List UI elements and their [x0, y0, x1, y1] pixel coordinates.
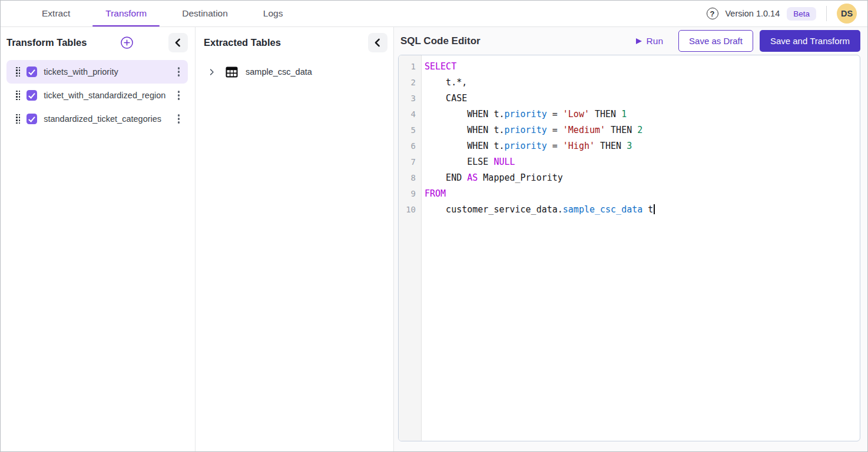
editor-title: SQL Code Editor: [400, 35, 481, 47]
topbar-divider: [826, 6, 827, 21]
nav-tabs: Extract Transform Destination Logs: [24, 1, 300, 26]
tab-label: Destination: [182, 8, 228, 19]
line-number: 1: [399, 59, 421, 75]
line-number: 7: [399, 154, 421, 170]
code-line: FROM: [425, 186, 860, 202]
line-number: 6: [399, 138, 421, 154]
chevron-left-icon: [373, 38, 383, 48]
drag-handle-icon[interactable]: [15, 113, 21, 125]
tab-extract[interactable]: Extract: [24, 1, 88, 26]
plus-circle-icon: [120, 36, 134, 49]
beta-badge: Beta: [787, 7, 816, 21]
tab-label: Transform: [105, 8, 147, 19]
code-editor: 12345678910 SELECT t.*, CASE WHEN t.prio…: [398, 55, 860, 441]
transform-panel-title: Transform Tables: [6, 37, 87, 48]
extracted-table-tree: sample_csc_data: [204, 61, 387, 82]
transform-table-row[interactable]: ticket_with_standardized_region: [6, 84, 188, 107]
transform-table-name: tickets_with_priority: [44, 67, 118, 77]
tab-transform[interactable]: Transform: [88, 1, 164, 26]
add-transform-table-button[interactable]: [119, 35, 134, 50]
app-window: Extract Transform Destination Logs ? Ver…: [0, 0, 868, 452]
play-icon: [636, 38, 642, 44]
main-area: Transform Tables tickets_with_priority: [1, 27, 867, 451]
code-line: WHEN t.priority = 'High' THEN 3: [425, 138, 860, 154]
code-line: t.*,: [425, 75, 860, 91]
transform-table-row[interactable]: tickets_with_priority: [6, 60, 188, 84]
line-number: 8: [399, 170, 421, 186]
code-line: WHEN t.priority = 'Low' THEN 1: [425, 107, 860, 122]
code-line: WHEN t.priority = 'Medium' THEN 2: [425, 122, 860, 138]
extracted-table-name: sample_csc_data: [246, 67, 312, 77]
checkbox[interactable]: [26, 67, 37, 77]
version-label: Version 1.0.14: [725, 9, 780, 18]
chevron-left-icon: [173, 38, 183, 48]
kebab-menu-icon[interactable]: [174, 88, 183, 102]
tab-label: Extract: [42, 8, 70, 19]
drag-handle-icon[interactable]: [15, 66, 21, 78]
avatar[interactable]: DS: [837, 4, 857, 24]
collapse-transform-panel-button[interactable]: [168, 33, 188, 52]
tab-destination[interactable]: Destination: [164, 1, 246, 26]
drag-handle-icon[interactable]: [15, 89, 21, 101]
text-cursor: [654, 204, 655, 214]
code-line: customer_service_data.sample_csc_data t: [425, 202, 860, 218]
transform-table-row[interactable]: standardized_ticket_categories: [6, 107, 188, 131]
code-line: SELECT: [425, 59, 860, 75]
transform-table-name: ticket_with_standardized_region: [44, 91, 165, 100]
line-number: 3: [399, 91, 421, 107]
code-line: CASE: [425, 91, 860, 107]
expand-chevron-icon[interactable]: [206, 67, 217, 78]
transform-tables-panel: Transform Tables tickets_with_priority: [1, 27, 196, 451]
save-and-transform-button[interactable]: Save and Transform: [760, 30, 860, 52]
table-grid-icon: [226, 67, 238, 78]
save-as-draft-button[interactable]: Save as Draft: [678, 30, 753, 52]
tab-logs[interactable]: Logs: [246, 1, 301, 26]
run-button-label: Run: [647, 36, 663, 46]
code-line: END AS Mapped_Priority: [425, 170, 860, 186]
extracted-panel-header: Extracted Tables: [204, 29, 387, 55]
line-number: 2: [399, 75, 421, 91]
line-number: 4: [399, 107, 421, 122]
editor-code[interactable]: SELECT t.*, CASE WHEN t.priority = 'Low'…: [422, 55, 860, 441]
sql-editor-panel: SQL Code Editor Run Save as Draft Save a…: [394, 27, 867, 451]
line-number: 10: [399, 202, 421, 218]
run-button[interactable]: Run: [636, 36, 663, 46]
extracted-tables-panel: Extracted Tables sample_csc_data: [196, 27, 394, 451]
tab-label: Logs: [263, 8, 283, 19]
line-number: 9: [399, 186, 421, 202]
editor-header: SQL Code Editor Run Save as Draft Save a…: [398, 27, 860, 55]
topbar-right-group: ? Version 1.0.14 Beta DS: [707, 1, 857, 26]
kebab-menu-icon[interactable]: [174, 111, 183, 126]
editor-gutter: 12345678910: [399, 55, 422, 441]
extracted-table-row[interactable]: sample_csc_data: [204, 61, 387, 82]
collapse-extracted-panel-button[interactable]: [368, 33, 387, 52]
extracted-panel-title: Extracted Tables: [204, 37, 281, 48]
checkbox[interactable]: [26, 90, 37, 101]
code-line: ELSE NULL: [425, 154, 860, 170]
help-icon[interactable]: ?: [707, 8, 718, 19]
line-number: 5: [399, 122, 421, 138]
transform-panel-header: Transform Tables: [6, 29, 188, 55]
transform-table-name: standardized_ticket_categories: [44, 114, 161, 124]
transform-table-list: tickets_with_priority ticket_with_standa…: [6, 60, 188, 131]
checkbox[interactable]: [26, 114, 37, 124]
kebab-menu-icon[interactable]: [174, 64, 183, 79]
top-navigation-bar: Extract Transform Destination Logs ? Ver…: [1, 1, 867, 27]
